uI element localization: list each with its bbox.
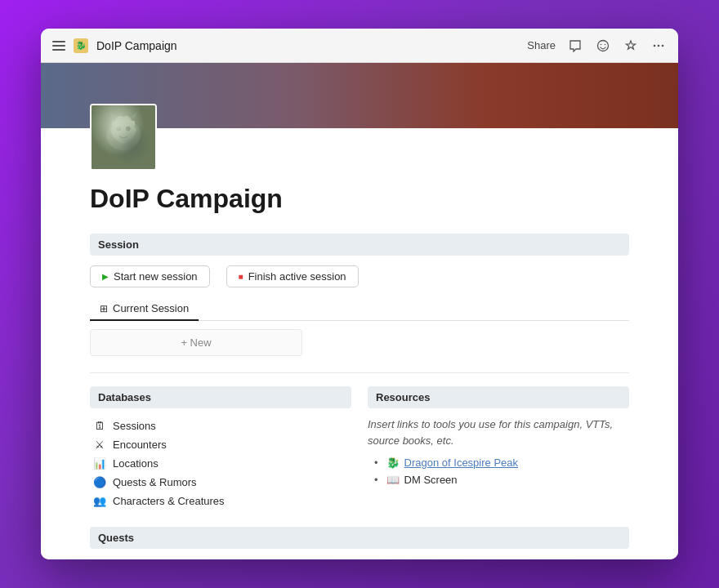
databases-resources-layout: Databases 🗓 Sessions ⚔ Encounters 📊 Loca… [41,386,678,510]
session-header: Session [90,234,629,256]
share-button[interactable]: Share [527,39,556,51]
more-icon[interactable] [650,38,667,54]
session-buttons: ▶ Start new session ■ Finish active sess… [90,265,629,287]
grid-icon: ⊞ [100,303,108,314]
resource-dmscreen[interactable]: • 📖 DM Screen [368,474,629,486]
resources-header: Resources [368,386,629,408]
page-title: DoIP Campaign [90,184,629,214]
session-tab-bar: ⊞ Current Session [90,297,629,321]
avatar-image [92,105,155,169]
db-locations[interactable]: 📊 Locations [90,454,351,473]
star-icon[interactable] [623,38,639,54]
quests-section: Quests [41,527,678,549]
svg-point-7 [106,119,141,150]
quests-icon: 🔵 [93,476,106,488]
dragon-link[interactable]: Dragon of Icespire Peak [404,457,518,469]
db-characters-label: Characters & Creatures [113,495,225,507]
db-quests-label: Quests & Rumors [113,476,197,488]
db-sessions[interactable]: 🗓 Sessions [90,416,351,435]
titlebar-right: Share [527,38,667,54]
svg-rect-6 [92,105,155,169]
resource-dragon[interactable]: • 🐉 Dragon of Icespire Peak [368,457,629,469]
play-icon: ▶ [102,272,109,281]
start-session-label: Start new session [114,270,198,283]
resources-column: Resources Insert links to tools you use … [368,386,629,510]
db-characters-creatures[interactable]: 👥 Characters & Creatures [90,492,351,510]
svg-point-3 [654,44,656,47]
titlebar-left: 🐉 DoIP Campaign [52,38,177,53]
page-avatar [90,104,157,171]
titlebar: 🐉 DoIP Campaign Share [41,29,678,63]
sessions-icon: 🗓 [93,420,106,432]
bullet-2: • [374,474,378,486]
characters-icon: 👥 [93,495,106,507]
start-session-button[interactable]: ▶ Start new session [90,265,210,287]
page-content: DoIP Campaign Session ▶ Start new sessio… [41,63,678,559]
bullet-1: • [374,457,378,469]
quests-header: Quests [90,527,629,549]
finish-session-label: Finish active session [248,270,346,283]
svg-point-4 [658,44,660,47]
encounters-icon: ⚔ [93,439,106,451]
app-window: 🐉 DoIP Campaign Share [41,29,678,559]
current-session-tab-label: Current Session [113,302,189,314]
databases-header: Databases [90,386,351,408]
svg-point-0 [598,40,609,51]
menu-icon[interactable] [52,41,65,51]
svg-point-5 [662,44,664,47]
page-header: DoIP Campaign [41,104,678,214]
svg-point-2 [605,43,606,45]
svg-point-8 [116,127,121,131]
db-encounters[interactable]: ⚔ Encounters [90,435,351,454]
current-session-tab[interactable]: ⊞ Current Session [90,297,199,321]
emoji-icon[interactable] [595,38,611,54]
new-label: + New [181,336,211,349]
finish-session-button[interactable]: ■ Finish active session [226,265,359,287]
dmscreen-icon: 📖 [386,474,400,486]
divider-1 [90,372,629,373]
db-locations-label: Locations [113,457,159,470]
svg-point-1 [601,43,602,45]
svg-point-9 [126,127,131,131]
dragon-icon: 🐉 [386,457,400,469]
stop-icon: ■ [239,272,243,281]
db-encounters-label: Encounters [113,439,167,451]
comment-icon[interactable] [567,38,583,54]
page-favicon: 🐉 [74,38,88,53]
locations-icon: 📊 [93,457,106,470]
db-sessions-label: Sessions [113,420,156,432]
db-quests-rumors[interactable]: 🔵 Quests & Rumors [90,473,351,492]
new-entry-button[interactable]: + New [90,329,302,356]
titlebar-title: DoIP Campaign [96,39,177,52]
session-section: Session ▶ Start new session ■ Finish act… [41,234,678,356]
databases-column: Databases 🗓 Sessions ⚔ Encounters 📊 Loca… [90,386,351,510]
resources-description: Insert links to tools you use for this c… [368,416,629,448]
dmscreen-label: DM Screen [404,474,458,486]
